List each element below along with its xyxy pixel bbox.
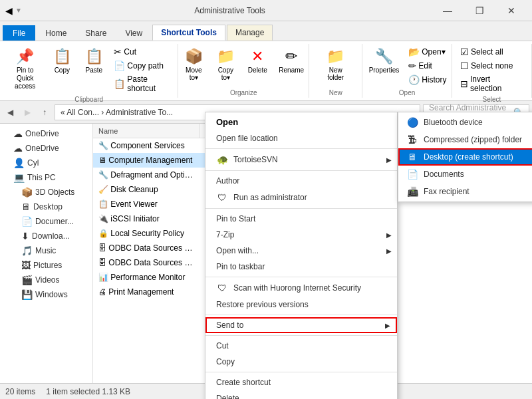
pin-label: Pin to Quickaccess	[9, 66, 41, 90]
file-name: 🔧 Component Services	[93, 141, 200, 150]
new-content: 📁 Newfolder	[321, 44, 350, 89]
copy-to-button[interactable]: 📁 Copyto▾	[211, 45, 240, 84]
tab-view[interactable]: View	[116, 25, 151, 41]
up-button[interactable]: ↑	[37, 105, 52, 120]
invert-selection-button[interactable]: ⊟ Invert selection	[458, 73, 526, 94]
edit-button[interactable]: ✏ Edit	[406, 59, 449, 72]
quick-access-toolbar[interactable]: ◀ ▼	[5, 5, 22, 16]
sidebar-item-onedrive2[interactable]: ☁ OneDrive	[0, 141, 92, 156]
history-label: History	[422, 75, 446, 84]
sidebar-item-cyl[interactable]: 👤 Cyl	[0, 156, 92, 170]
ctx-create-shortcut[interactable]: Create shortcut	[205, 374, 397, 390]
sidebar-item-videos[interactable]: 🎬 Videos	[0, 273, 92, 287]
ctx-sep2	[205, 170, 397, 171]
col-header-name[interactable]: Name	[93, 124, 200, 138]
paste-shortcut-icon: 📋	[114, 78, 125, 89]
copy-button-ribbon[interactable]: 📋 Copy	[47, 45, 76, 76]
ctx-cut[interactable]: Cut	[205, 338, 397, 354]
back-button[interactable]: ◀	[3, 105, 17, 120]
delete-button[interactable]: ✕ Delete	[243, 45, 272, 76]
ctx-open-header[interactable]: Open	[205, 114, 397, 130]
tab-manage[interactable]: Manage	[227, 25, 273, 41]
ctx-send-to[interactable]: Send to	[205, 317, 397, 333]
clipboard-small-buttons: ✂ Cut 📄 Copy path 📋 Paste shortcut	[111, 45, 172, 94]
new-folder-button[interactable]: 📁 Newfolder	[321, 45, 350, 84]
sub-bluetooth[interactable]: 🔵 Bluetooth device	[398, 114, 532, 131]
cut-button[interactable]: ✂ Cut	[111, 45, 172, 59]
select-content: ☑ Select all ☐ Select none ⊟ Invert sele…	[458, 44, 526, 96]
window-controls[interactable]: — ❐ ✕	[432, 1, 527, 21]
ctx-sep7	[205, 372, 397, 372]
tab-shortcut-tools[interactable]: Shortcut Tools	[152, 25, 225, 41]
paste-shortcut-button[interactable]: 📋 Paste shortcut	[111, 73, 172, 94]
pc-icon: 💻	[13, 172, 25, 183]
ctx-pin-start[interactable]: Pin to Start	[205, 211, 397, 227]
ctx-sep5	[205, 315, 397, 315]
minimize-button[interactable]: —	[432, 1, 463, 21]
ctx-delete[interactable]: Delete	[205, 390, 397, 399]
open-label: Open▾	[422, 47, 445, 57]
ctx-pin-taskbar[interactable]: Pin to taskbar	[205, 259, 397, 275]
close-button[interactable]: ✕	[496, 1, 527, 21]
copy-to-icon: 📁	[217, 48, 235, 65]
copy-icon: 📋	[53, 48, 71, 65]
open-button[interactable]: 📂 Open▾	[406, 45, 449, 59]
ctx-open-location[interactable]: Open file location	[205, 130, 397, 146]
sidebar-label-desktop: Desktop	[33, 202, 63, 211]
paste-button[interactable]: 📋 Paste	[79, 45, 108, 76]
copy-path-button[interactable]: 📄 Copy path	[111, 59, 172, 72]
invert-icon: ⊟	[460, 78, 468, 89]
sidebar-item-pictures[interactable]: 🖼 Pictures	[0, 258, 92, 273]
sidebar-label-pictures: Pictures	[33, 261, 62, 270]
ctx-run-admin[interactable]: 🛡 Run as administrator	[205, 189, 397, 206]
clipboard-content: 📌 Pin to Quickaccess 📋 Copy 📋 Paste ✂ Cu…	[5, 44, 172, 96]
rename-button[interactable]: ✏ Rename	[275, 45, 308, 76]
pin-quick-access-button[interactable]: 📌 Pin to Quickaccess	[5, 45, 45, 93]
rename-icon: ✏	[285, 48, 297, 65]
ctx-7zip[interactable]: 7-Zip	[205, 227, 397, 243]
open-group: 🔧 Properties 📂 Open▾ ✏ Edit 🕐 History Op…	[362, 44, 452, 98]
select-all-button[interactable]: ☑ Select all	[458, 45, 526, 59]
sidebar-item-desktop[interactable]: 🖥 Desktop	[0, 200, 92, 214]
restore-button[interactable]: ❐	[464, 1, 495, 21]
ctx-copy[interactable]: Copy	[205, 354, 397, 370]
sidebar-item-onedrive1[interactable]: ☁ OneDrive	[0, 126, 92, 141]
user-icon: 👤	[13, 158, 25, 168]
file-name: 🖨 Print Management	[93, 287, 200, 297]
file-name: 🗄 ODBC Data Sources (64-b...	[93, 258, 200, 267]
sidebar-label-music: Music	[35, 246, 56, 255]
forward-button[interactable]: ▶	[20, 105, 35, 120]
sub-fax[interactable]: 📠 Fax recipient	[398, 183, 532, 200]
ctx-open-with[interactable]: Open with...	[205, 243, 397, 259]
sub-desktop-shortcut[interactable]: 🖥 Desktop (create shortcut)	[398, 148, 532, 166]
select-none-button[interactable]: ☐ Select none	[458, 59, 526, 72]
sidebar-label-onedrive1: OneDrive	[25, 129, 59, 138]
sidebar-item-3d-objects[interactable]: 📦 3D Objects	[0, 185, 92, 200]
tab-share[interactable]: Share	[76, 25, 115, 41]
sub-compressed[interactable]: 🗜 Compressed (zipped) folder	[398, 131, 532, 148]
history-button[interactable]: 🕐 History	[406, 73, 449, 86]
item-count: 20 items	[5, 387, 35, 396]
ctx-author[interactable]: Author	[205, 173, 397, 189]
sidebar-item-windows[interactable]: 💾 Windows	[0, 287, 92, 302]
security-icon: 🛡	[216, 283, 228, 293]
cut-label: Cut	[124, 47, 136, 57]
tab-file[interactable]: File	[3, 25, 35, 41]
ctx-restore-versions[interactable]: Restore previous versions	[205, 297, 397, 313]
move-to-button[interactable]: 📦 Moveto▾	[179, 45, 208, 84]
ctx-sep3	[205, 208, 397, 209]
sidebar-item-documents[interactable]: 📄 Documer...	[0, 214, 92, 229]
ctx-sep6	[205, 335, 397, 336]
ctx-scan[interactable]: 🛡 Scan with Huorong Internet Security	[205, 279, 397, 297]
onedrive-icon: ☁	[13, 128, 23, 139]
sidebar-label-windows: Windows	[35, 290, 68, 299]
tab-home[interactable]: Home	[37, 25, 75, 41]
sidebar-item-this-pc[interactable]: 💻 This PC	[0, 170, 92, 185]
sub-documents[interactable]: 📄 Documents	[398, 166, 532, 183]
properties-button[interactable]: 🔧 Properties	[365, 45, 404, 76]
file-name: 🔌 iSCSI Initiator	[93, 214, 200, 223]
sidebar-item-downloads[interactable]: ⬇ Downloa...	[0, 229, 92, 243]
title-bar: ◀ ▼ Administrative Tools — ❐ ✕	[0, 0, 532, 21]
ctx-tortoisesvn[interactable]: 🐢 TortoiseSVN	[205, 151, 397, 168]
sidebar-item-music[interactable]: 🎵 Music	[0, 243, 92, 258]
